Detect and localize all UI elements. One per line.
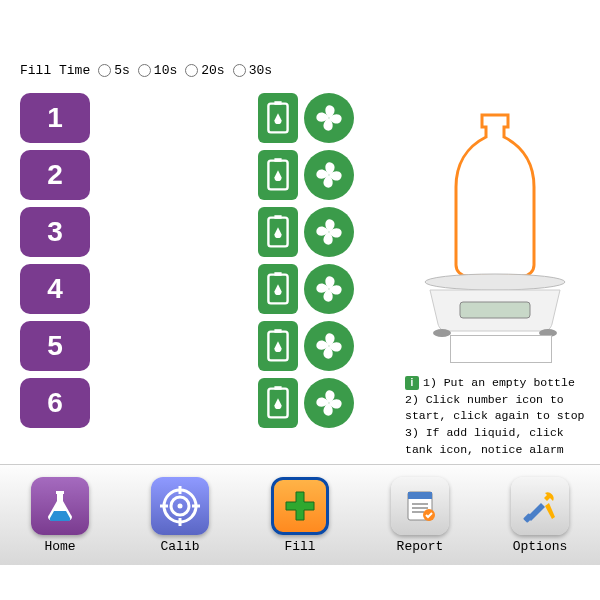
channel-5-button[interactable]: 5: [20, 321, 90, 371]
svg-point-14: [433, 329, 451, 337]
pump-1-icon[interactable]: [304, 93, 354, 143]
svg-rect-5: [274, 215, 281, 219]
pipe: [352, 346, 376, 350]
fill-time-group: Fill Time 5s 10s 20s 30s: [20, 63, 272, 78]
info-icon: i: [405, 376, 419, 390]
pipe: [352, 403, 376, 407]
pump-3-icon[interactable]: [304, 207, 354, 257]
instructions-text: i1) Put an empty bottle 2) Click number …: [405, 375, 600, 458]
pipe: [352, 175, 376, 179]
channel-2-button[interactable]: 2: [20, 150, 90, 200]
pump-4-icon[interactable]: [304, 264, 354, 314]
svg-rect-3: [274, 158, 281, 162]
svg-rect-1: [274, 101, 281, 105]
pipe: [352, 289, 376, 293]
navbar: Home Calib Fill Report Options: [0, 464, 600, 565]
scale-illustration: [410, 110, 580, 344]
channel-6-button[interactable]: 6: [20, 378, 90, 428]
nav-home[interactable]: Home: [20, 477, 100, 554]
svg-rect-11: [274, 386, 281, 390]
svg-point-12: [425, 274, 565, 290]
pipe: [238, 118, 242, 440]
nav-report[interactable]: Report: [380, 477, 460, 554]
pipe: [352, 118, 376, 122]
fill-time-20s[interactable]: 20s: [185, 63, 224, 78]
flask-icon: [31, 477, 89, 535]
nav-fill[interactable]: Fill: [260, 477, 340, 554]
tank-4-icon[interactable]: [258, 264, 298, 314]
pipe: [372, 93, 376, 443]
target-icon: [151, 477, 209, 535]
fill-time-30s[interactable]: 30s: [233, 63, 272, 78]
nav-calib[interactable]: Calib: [140, 477, 220, 554]
svg-point-19: [178, 503, 183, 508]
svg-rect-7: [274, 272, 281, 276]
pump-6-icon[interactable]: [304, 378, 354, 428]
tank-6-icon[interactable]: [258, 378, 298, 428]
svg-rect-9: [274, 329, 281, 333]
tank-1-icon[interactable]: [258, 93, 298, 143]
channel-4-button[interactable]: 4: [20, 264, 90, 314]
tools-icon: [511, 477, 569, 535]
pump-2-icon[interactable]: [304, 150, 354, 200]
fill-time-label: Fill Time: [20, 63, 90, 78]
plus-icon: [271, 477, 329, 535]
pipe: [352, 232, 376, 236]
svg-rect-25: [408, 492, 432, 499]
svg-rect-13: [460, 302, 530, 318]
svg-rect-16: [56, 491, 64, 494]
tank-5-icon[interactable]: [258, 321, 298, 371]
weight-display: [450, 335, 552, 363]
fill-time-10s[interactable]: 10s: [138, 63, 177, 78]
tank-3-icon[interactable]: [258, 207, 298, 257]
tank-2-icon[interactable]: [258, 150, 298, 200]
pump-5-icon[interactable]: [304, 321, 354, 371]
nav-options[interactable]: Options: [500, 477, 580, 554]
fill-time-5s[interactable]: 5s: [98, 63, 130, 78]
channel-1-button[interactable]: 1: [20, 93, 90, 143]
pipe: [372, 93, 492, 97]
channel-3-button[interactable]: 3: [20, 207, 90, 257]
report-icon: [391, 477, 449, 535]
